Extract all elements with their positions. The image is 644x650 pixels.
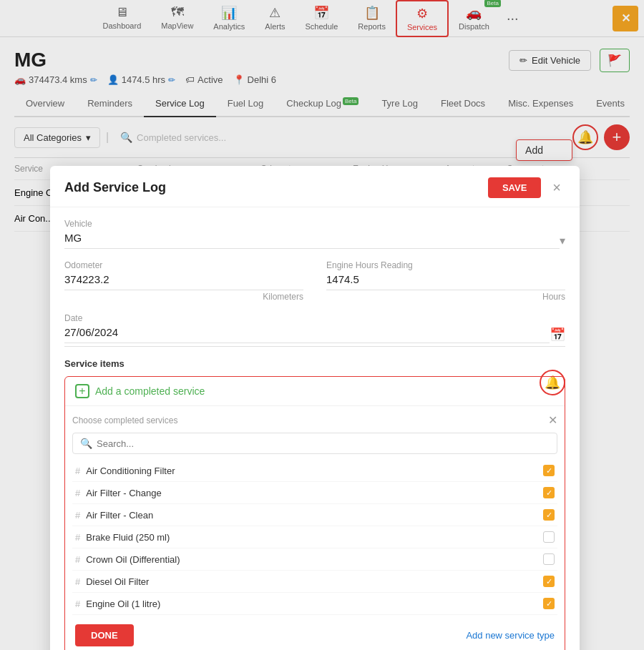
service-search-icon: 🔍 — [80, 438, 92, 449]
service-items-label: Service items — [64, 358, 565, 369]
choose-services-close-button[interactable]: ✕ — [548, 413, 557, 427]
service-list-item[interactable]: #Diesel Oil Filter✓ — [72, 571, 557, 593]
engine-hours-value: 1474.5 — [326, 273, 565, 290]
service-checkbox[interactable] — [543, 531, 555, 543]
service-checkbox[interactable]: ✓ — [543, 487, 555, 498]
choose-services-dropdown: Choose completed services ✕ 🔍 #Air Condi… — [65, 405, 565, 650]
service-list-item[interactable]: #Air Conditioning Filter✓ — [72, 460, 557, 482]
hash-icon: # — [75, 488, 80, 498]
service-search-box: 🔍 — [72, 433, 557, 454]
service-list-item[interactable]: #Crown Oil (Differential) — [72, 548, 557, 571]
vehicle-dropdown-icon[interactable]: ▾ — [560, 234, 565, 247]
service-name: Crown Oil (Differential) — [86, 554, 537, 565]
add-completed-label: Add a completed service — [95, 385, 205, 397]
hash-icon: # — [75, 576, 80, 587]
calendar-icon[interactable]: 📅 — [550, 327, 565, 343]
service-checkbox[interactable]: ✓ — [543, 598, 555, 609]
done-button[interactable]: DONE — [75, 624, 134, 646]
service-checkbox[interactable] — [543, 553, 555, 565]
service-checkbox[interactable]: ✓ — [543, 576, 555, 587]
date-row: 27/06/2024 📅 — [64, 326, 565, 343]
service-list: #Air Conditioning Filter✓#Air Filter - C… — [72, 460, 557, 617]
readings-row: Odometer 374223.2 Kilometers Engine Hour… — [64, 260, 565, 302]
service-list-item[interactable]: #Air Filter - Change✓ — [72, 482, 557, 504]
modal-header: Add Service Log SAVE × — [50, 166, 580, 207]
odometer-field: Odometer 374223.2 Kilometers — [64, 260, 303, 302]
service-checkbox[interactable]: ✓ — [543, 465, 555, 476]
dropdown-footer: DONE Add new service type — [72, 617, 557, 648]
date-field: Date 27/06/2024 📅 — [64, 313, 565, 347]
odometer-label: Odometer — [64, 260, 303, 270]
modal-save-button[interactable]: SAVE — [488, 177, 541, 198]
date-value: 27/06/2024 — [64, 326, 550, 343]
hash-icon: # — [75, 532, 80, 543]
engine-hours-field: Engine Hours Reading 1474.5 Hours — [326, 260, 565, 302]
service-name: Air Filter - Clean — [86, 510, 537, 521]
service-name: Diesel Oil Filter — [86, 576, 537, 587]
modal-close-button[interactable]: × — [548, 178, 565, 197]
service-items-box: + Add a completed service Choose complet… — [64, 376, 565, 650]
date-label: Date — [64, 313, 565, 323]
choose-services-title: Choose completed services — [72, 415, 177, 425]
engine-hours-unit: Hours — [326, 292, 565, 302]
engine-hours-label: Engine Hours Reading — [326, 260, 565, 270]
service-list-item[interactable]: #Air Filter - Clean✓ — [72, 504, 557, 526]
service-search-input[interactable] — [97, 438, 550, 449]
odometer-unit: Kilometers — [64, 292, 303, 302]
add-completed-icon: + — [75, 384, 89, 398]
service-name: Engine Oil (1 litre) — [86, 599, 537, 609]
service-name: Brake Fluid (250 ml) — [86, 532, 537, 543]
add-new-service-type-button[interactable]: Add new service type — [466, 630, 555, 641]
add-service-log-modal: Add Service Log SAVE × Vehicle MG ▾ 🔔 Od… — [50, 166, 580, 650]
vehicle-field: Vehicle MG ▾ — [64, 219, 565, 249]
vehicle-field-value: MG — [64, 232, 560, 249]
service-list-item[interactable]: #Brake Fluid (250 ml) — [72, 526, 557, 548]
service-checkbox[interactable]: ✓ — [543, 509, 555, 521]
modal-title: Add Service Log — [64, 180, 166, 195]
vehicle-field-label: Vehicle — [64, 219, 565, 229]
modal-body: Vehicle MG ▾ 🔔 Odometer 374223.2 Kilomet… — [50, 207, 580, 650]
hash-icon: # — [75, 599, 80, 609]
hash-icon: # — [75, 554, 80, 565]
odometer-value: 374223.2 — [64, 273, 303, 290]
add-completed-service-row[interactable]: + Add a completed service — [65, 377, 565, 405]
hash-icon: # — [75, 510, 80, 521]
modal-header-actions: SAVE × — [488, 177, 565, 198]
service-list-item[interactable]: #Engine Oil (1 litre)✓ — [72, 593, 557, 615]
choose-services-header: Choose completed services ✕ — [72, 413, 557, 427]
service-name: Air Conditioning Filter — [86, 466, 537, 476]
service-name: Air Filter - Change — [86, 488, 537, 498]
hash-icon: # — [75, 466, 80, 476]
